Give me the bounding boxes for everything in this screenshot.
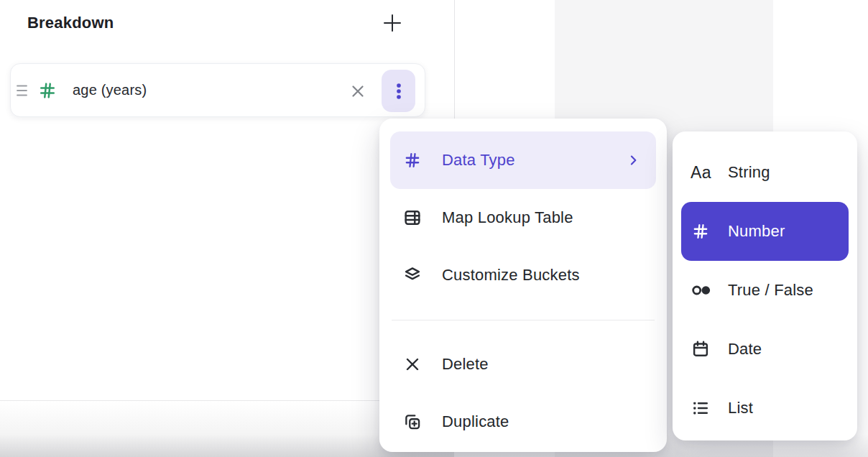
submenu-item-label: Number (728, 222, 785, 241)
menu-item-customize-buckets[interactable]: Customize Buckets (390, 246, 656, 304)
submenu-item-label: Date (728, 340, 762, 359)
chevron-right-icon (626, 153, 640, 167)
submenu-item-number[interactable]: Number (681, 202, 849, 261)
field-context-menu: Data Type Map Lookup Table (379, 119, 667, 452)
hash-icon (691, 221, 716, 242)
submenu-item-label: List (728, 399, 753, 417)
page-title: Breakdown (27, 12, 114, 34)
field-menu-button[interactable] (382, 70, 415, 112)
menu-item-label: Data Type (442, 151, 515, 170)
kebab-icon (389, 81, 408, 101)
data-type-submenu: Aa String Number True / False (673, 131, 857, 440)
menu-item-data-type[interactable]: Data Type (390, 131, 656, 189)
boolean-icon (691, 280, 716, 301)
list-icon (691, 397, 716, 419)
stack-icon (402, 265, 423, 285)
menu-divider (392, 320, 655, 320)
app-canvas: Breakdown age (years) (0, 0, 868, 457)
menu-item-delete[interactable]: Delete (390, 336, 656, 393)
table-icon (402, 208, 423, 228)
submenu-item-string[interactable]: Aa String (681, 143, 849, 202)
remove-field-button[interactable] (347, 80, 369, 102)
x-icon (402, 354, 423, 374)
number-type-icon (37, 64, 58, 116)
menu-item-label: Delete (442, 355, 489, 374)
breakdown-field-card[interactable]: age (years) (10, 63, 425, 117)
submenu-item-list[interactable]: List (681, 379, 849, 438)
calendar-icon (691, 338, 716, 360)
copy-plus-icon (402, 412, 423, 432)
menu-item-label: Duplicate (442, 412, 509, 431)
close-icon (348, 82, 367, 101)
submenu-item-true-false[interactable]: True / False (681, 261, 849, 320)
field-name: age (years) (73, 64, 147, 116)
text-icon: Aa (691, 162, 716, 183)
menu-item-label: Customize Buckets (442, 266, 580, 285)
menu-item-duplicate[interactable]: Duplicate (390, 393, 656, 451)
menu-item-map-lookup-table[interactable]: Map Lookup Table (390, 189, 656, 246)
hash-icon (402, 150, 423, 170)
plus-icon (382, 12, 403, 34)
submenu-item-label: True / False (728, 281, 813, 300)
drag-handle-icon[interactable] (17, 64, 27, 116)
add-breakdown-button[interactable] (378, 9, 407, 37)
menu-item-label: Map Lookup Table (442, 208, 573, 227)
submenu-item-date[interactable]: Date (681, 320, 849, 379)
submenu-item-label: String (728, 163, 770, 182)
